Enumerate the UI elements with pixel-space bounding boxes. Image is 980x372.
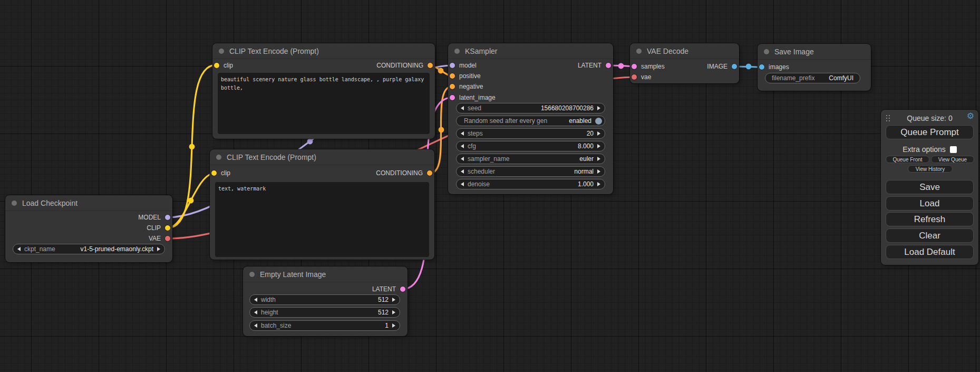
model-input-dot-icon[interactable] [450, 63, 455, 68]
seed-widget[interactable]: seed 156680208700286 [456, 103, 605, 113]
decrement-arrow-icon[interactable] [461, 169, 464, 174]
node-vae-decode[interactable]: VAE Decode samples vae IMAGE [630, 43, 739, 83]
node-header[interactable]: KSampler [448, 43, 613, 59]
decrement-arrow-icon[interactable] [254, 310, 257, 314]
load-button[interactable]: Load [886, 196, 974, 211]
sampler-name-widget[interactable]: sampler_name euler [456, 154, 605, 164]
collapse-dot-icon[interactable] [249, 272, 255, 277]
decrement-arrow-icon[interactable] [17, 247, 21, 251]
scheduler-widget[interactable]: scheduler normal [456, 166, 605, 177]
output-slot-image[interactable]: IMAGE [707, 61, 737, 72]
prompt-textarea[interactable]: text, watermark [215, 182, 429, 257]
output-slot-latent[interactable]: LATENT [372, 284, 405, 294]
output-slot-conditioning[interactable]: CONDITIONING [376, 168, 432, 178]
node-ksampler[interactable]: KSampler model positive negative latent_… [448, 43, 613, 194]
ckpt-name-widget[interactable]: ckpt_name v1-5-pruned-emaonly.ckpt [13, 244, 165, 254]
increment-arrow-icon[interactable] [597, 157, 600, 161]
input-slot-samples[interactable]: samples [632, 61, 665, 72]
decrement-arrow-icon[interactable] [254, 298, 257, 302]
image-output-dot-icon[interactable] [732, 64, 737, 69]
conditioning-output-dot-icon[interactable] [428, 63, 433, 68]
images-input-dot-icon[interactable] [759, 64, 764, 70]
node-header[interactable]: Save Image [758, 44, 871, 60]
input-slot-clip[interactable]: clip [211, 168, 230, 178]
denoise-widget[interactable]: denoise 1.000 [456, 179, 605, 189]
node-header[interactable]: CLIP Text Encode (Prompt) [212, 43, 435, 59]
increment-arrow-icon[interactable] [597, 169, 600, 174]
view-history-button[interactable]: View History [908, 165, 953, 173]
latent-output-dot-icon[interactable] [400, 287, 405, 292]
queue-front-button[interactable]: Queue Front [886, 156, 929, 163]
load-default-button[interactable]: Load Default [886, 245, 974, 259]
input-slot-negative[interactable]: negative [450, 81, 483, 92]
latent-output-dot-icon[interactable] [606, 63, 611, 68]
node-empty-latent-image[interactable]: Empty Latent Image LATENT width 512 heig… [243, 266, 407, 336]
refresh-button[interactable]: Refresh [886, 212, 974, 226]
node-save-image[interactable]: Save Image images filename_prefix ComfyU… [758, 44, 871, 91]
node-header[interactable]: Empty Latent Image [243, 266, 407, 282]
queue-panel[interactable]: Queue size: 0 ⚙ Queue Prompt Extra optio… [881, 110, 978, 265]
collapse-dot-icon[interactable] [636, 49, 642, 54]
output-slot-latent[interactable]: LATENT [578, 60, 611, 71]
model-output-dot-icon[interactable] [165, 215, 170, 220]
increment-arrow-icon[interactable] [597, 106, 600, 110]
clip-input-dot-icon[interactable] [214, 63, 219, 68]
input-slot-images[interactable]: images [759, 62, 789, 72]
node-header[interactable]: CLIP Text Encode (Prompt) [210, 149, 434, 165]
width-widget[interactable]: width 512 [249, 294, 400, 305]
prompt-textarea[interactable]: beautiful scenery nature glass bottle la… [218, 73, 430, 134]
collapse-dot-icon[interactable] [764, 49, 769, 54]
queue-prompt-button[interactable]: Queue Prompt [886, 125, 974, 139]
decrement-arrow-icon[interactable] [461, 182, 464, 186]
positive-input-dot-icon[interactable] [450, 73, 455, 79]
collapse-dot-icon[interactable] [12, 201, 17, 206]
output-slot-model[interactable]: MODEL [138, 212, 170, 223]
increment-arrow-icon[interactable] [157, 247, 160, 251]
increment-arrow-icon[interactable] [392, 323, 395, 328]
gear-icon[interactable]: ⚙ [967, 112, 974, 120]
vae-output-dot-icon[interactable] [165, 236, 170, 241]
input-slot-vae[interactable]: vae [632, 72, 651, 82]
collapse-dot-icon[interactable] [454, 49, 460, 54]
vae-input-dot-icon[interactable] [632, 74, 637, 80]
node-clip-text-encode-positive[interactable]: CLIP Text Encode (Prompt) clip CONDITION… [212, 43, 435, 139]
decrement-arrow-icon[interactable] [461, 157, 464, 161]
decrement-arrow-icon[interactable] [461, 106, 464, 110]
node-header[interactable]: Load Checkpoint [5, 195, 172, 211]
height-widget[interactable]: height 512 [249, 307, 400, 318]
toggle-dot-icon[interactable] [595, 118, 602, 125]
negative-input-dot-icon[interactable] [450, 84, 455, 89]
output-slot-clip[interactable]: CLIP [147, 223, 170, 233]
node-clip-text-encode-negative[interactable]: CLIP Text Encode (Prompt) clip CONDITION… [210, 149, 434, 260]
view-queue-button[interactable]: View Queue [931, 156, 974, 163]
decrement-arrow-icon[interactable] [461, 131, 464, 136]
node-graph-canvas[interactable]: Load Checkpoint MODEL CLIP VAE ckpt_name… [0, 0, 980, 372]
output-slot-vae[interactable]: VAE [149, 233, 170, 244]
increment-arrow-icon[interactable] [392, 298, 395, 302]
cfg-widget[interactable]: cfg 8.000 [456, 141, 605, 151]
node-header[interactable]: VAE Decode [630, 43, 739, 59]
increment-arrow-icon[interactable] [597, 182, 600, 186]
decrement-arrow-icon[interactable] [461, 144, 464, 148]
input-slot-clip[interactable]: clip [214, 60, 233, 71]
clip-output-dot-icon[interactable] [165, 225, 170, 231]
clear-button[interactable]: Clear [886, 228, 974, 243]
input-slot-positive[interactable]: positive [450, 71, 481, 81]
clip-input-dot-icon[interactable] [211, 170, 217, 176]
collapse-dot-icon[interactable] [219, 49, 224, 54]
latent-input-dot-icon[interactable] [450, 95, 455, 100]
filename-prefix-widget[interactable]: filename_prefix ComfyUI [765, 73, 860, 83]
increment-arrow-icon[interactable] [392, 310, 395, 314]
extra-options-checkbox[interactable] [950, 146, 957, 153]
increment-arrow-icon[interactable] [597, 131, 600, 136]
increment-arrow-icon[interactable] [597, 144, 600, 148]
save-button[interactable]: Save [886, 180, 974, 194]
random-seed-toggle-widget[interactable]: Random seed after every gen enabled [456, 116, 605, 126]
input-slot-model[interactable]: model [450, 60, 477, 71]
decrement-arrow-icon[interactable] [254, 323, 257, 328]
node-load-checkpoint[interactable]: Load Checkpoint MODEL CLIP VAE ckpt_name… [5, 195, 172, 262]
steps-widget[interactable]: steps 20 [456, 128, 605, 139]
collapse-dot-icon[interactable] [216, 155, 221, 160]
conditioning-output-dot-icon[interactable] [427, 170, 432, 176]
input-slot-latent-image[interactable]: latent_image [450, 92, 496, 103]
